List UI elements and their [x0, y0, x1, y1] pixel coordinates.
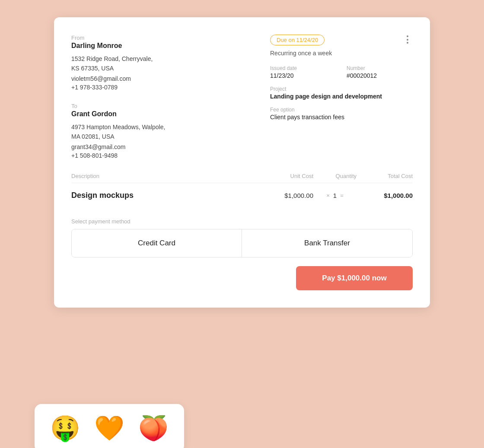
meta-grid: Issued date 11/23/20 Number #00020012 Pr…	[270, 65, 413, 121]
right-section: Due on 11/24/20 Recurring once a week Is…	[270, 35, 413, 159]
to-address2: MA 02081, USA	[71, 132, 270, 141]
fee-item: Fee option Client pays transaction fees	[270, 107, 413, 121]
project-label: Project	[270, 86, 413, 92]
from-address2: KS 67335, USA	[71, 64, 270, 73]
multiply-symbol: ×	[326, 192, 330, 199]
project-value: Landing page design and development	[270, 93, 413, 100]
from-phone: +1 978-333-0789	[71, 84, 270, 91]
bank-transfer-button[interactable]: Bank Transfer	[242, 229, 412, 257]
page-wrapper: From Darling Monroe 1532 Ridge Road, Che…	[9, 9, 475, 448]
payment-section: Select payment method Credit Card Bank T…	[71, 218, 413, 290]
peach-emoji: 🍑	[138, 416, 169, 440]
dots-icon	[404, 35, 411, 44]
number-item: Number #00020012	[347, 65, 413, 79]
qty-value: 1	[333, 192, 337, 199]
from-email: violetm56@gmail.com	[71, 75, 270, 82]
to-phone: +1 508-801-9498	[71, 152, 270, 159]
col-unit-cost: Unit Cost	[244, 173, 313, 179]
item-name: Design mockups	[71, 191, 244, 200]
col-description: Description	[71, 173, 244, 179]
to-block: To Grant Gordon 4973 Hampton Meadows, Wa…	[71, 103, 270, 159]
table-row: Design mockups $1,000.00 × 1 = $1,000.00	[71, 183, 413, 208]
project-item: Project Landing page design and developm…	[270, 86, 413, 100]
item-total-cost: $1,000.00	[357, 192, 413, 199]
top-section: From Darling Monroe 1532 Ridge Road, Che…	[71, 35, 413, 159]
table-header: Description Unit Cost Quantity Total Cos…	[71, 173, 413, 183]
issued-date-item: Issued date 11/23/20	[270, 65, 336, 79]
fee-label: Fee option	[270, 107, 413, 113]
invoice-table: Description Unit Cost Quantity Total Cos…	[71, 173, 413, 208]
from-label: From	[71, 35, 270, 41]
to-label: To	[71, 103, 270, 109]
number-value: #00020012	[347, 72, 413, 79]
item-quantity: × 1 =	[313, 192, 357, 199]
number-label: Number	[347, 65, 413, 71]
more-menu-button[interactable]	[402, 35, 413, 44]
to-name: Grant Gordon	[71, 110, 270, 118]
to-address1: 4973 Hampton Meadows, Walpole,	[71, 122, 270, 132]
payment-label: Select payment method	[71, 218, 413, 225]
recurring-text: Recurring once a week	[270, 50, 332, 57]
issued-date-value: 11/23/20	[270, 72, 336, 79]
col-quantity: Quantity	[313, 173, 357, 179]
invoice-card: From Darling Monroe 1532 Ridge Road, Che…	[54, 17, 430, 308]
equals-symbol: =	[340, 192, 344, 199]
from-block: From Darling Monroe 1532 Ridge Road, Che…	[71, 35, 270, 91]
right-top-row: Due on 11/24/20 Recurring once a week	[270, 35, 413, 65]
from-name: Darling Monroe	[71, 42, 270, 50]
item-unit-cost: $1,000.00	[244, 192, 313, 199]
payment-methods: Credit Card Bank Transfer	[71, 229, 413, 257]
money-face-emoji: 🤑	[50, 416, 80, 440]
credit-card-button[interactable]: Credit Card	[72, 229, 242, 257]
pay-row: Pay $1,000.00 now	[71, 266, 413, 290]
to-email: grant34@gmail.com	[71, 143, 270, 150]
emoji-card: 🤑 🧡 🍑	[35, 404, 184, 448]
heart-emoji: 🧡	[94, 416, 124, 440]
due-badge: Due on 11/24/20	[270, 35, 325, 45]
issued-date-label: Issued date	[270, 65, 336, 71]
col-total-cost: Total Cost	[357, 173, 413, 179]
from-to-section: From Darling Monroe 1532 Ridge Road, Che…	[71, 35, 270, 159]
fee-value: Client pays transaction fees	[270, 114, 413, 121]
from-address1: 1532 Ridge Road, Cherryvale,	[71, 54, 270, 64]
pay-now-button[interactable]: Pay $1,000.00 now	[296, 266, 413, 290]
